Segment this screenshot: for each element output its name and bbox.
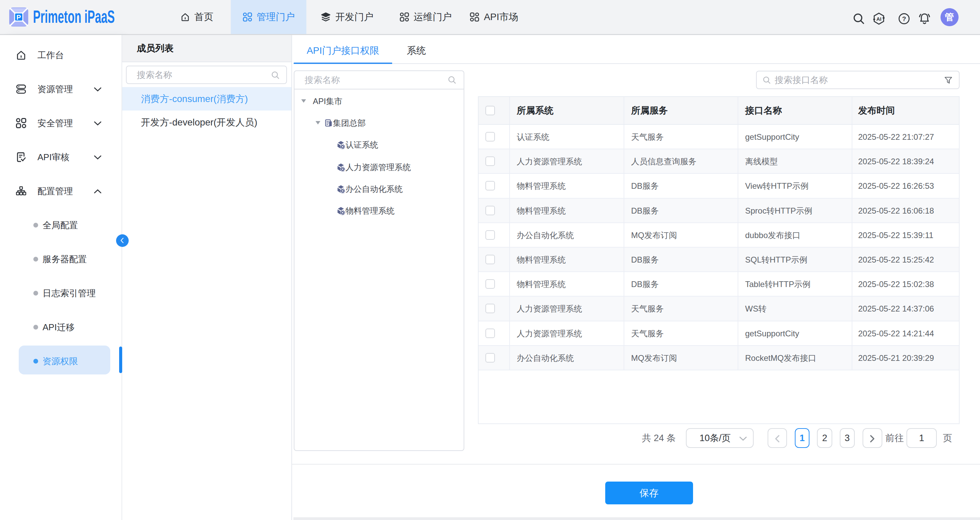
svg-text:?: ? (902, 15, 906, 22)
svg-text:P: P (16, 14, 21, 21)
svg-text:AI: AI (877, 16, 881, 22)
